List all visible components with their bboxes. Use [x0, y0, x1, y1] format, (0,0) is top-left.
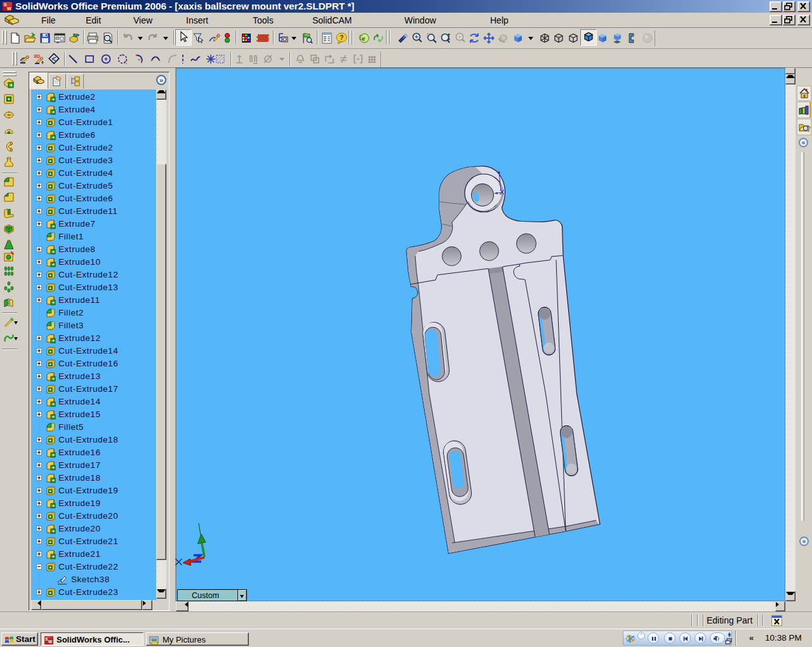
svg-text:W: W	[48, 639, 53, 644]
